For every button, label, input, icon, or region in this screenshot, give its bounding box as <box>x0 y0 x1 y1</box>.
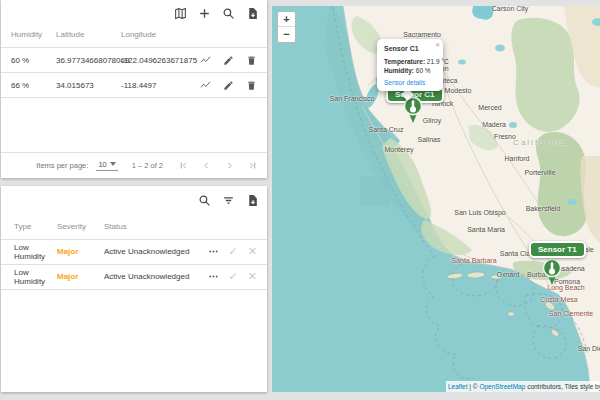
longitude-cell: -118.4497 <box>121 81 156 90</box>
more-options-icon[interactable] <box>208 271 219 282</box>
clear-alarm-icon[interactable]: ✕ <box>248 271 257 282</box>
column-header-longitude[interactable]: Longitude <box>121 30 156 39</box>
delete-trash-icon[interactable] <box>246 80 257 91</box>
city-label: Santa Cruz <box>368 126 403 133</box>
alarms-table-card: Type Severity Status Low Humidity Major … <box>1 186 267 392</box>
sensor-t1-map-tooltip[interactable]: Sensor T1 <box>529 241 586 258</box>
alarm-status-cell: Active Unacknowledged <box>104 247 189 256</box>
popup-title: Sensor C1 <box>384 45 437 52</box>
filter-icon[interactable] <box>222 194 235 207</box>
sensor-details-link[interactable]: Sensor details <box>384 79 437 86</box>
city-label: San Diego <box>578 345 600 352</box>
city-label: Santa Barbara <box>451 257 496 264</box>
city-label: San Luis Obispo <box>454 209 505 216</box>
city-label: San Clemente <box>549 310 593 317</box>
paginator: Items per page: 10 1 – 2 of 2 <box>1 152 267 178</box>
edit-pencil-icon[interactable] <box>223 55 234 66</box>
latitude-cell: 36.97734668078069 <box>56 56 129 65</box>
table-row[interactable]: Low Humidity Major Active Unacknowledged… <box>1 240 267 264</box>
temperature-value: 21.9 °C <box>425 58 449 65</box>
table-row[interactable]: 60 % 36.97734668078069 -122.049626367187… <box>1 48 267 73</box>
city-label: Modesto <box>445 87 472 94</box>
temperature-label: Temperature: <box>384 58 425 65</box>
page-size-select[interactable]: 10 <box>96 160 117 171</box>
first-page-icon[interactable] <box>179 161 188 170</box>
city-label: Porterville <box>524 169 555 176</box>
zoom-in-button[interactable]: + <box>278 12 295 27</box>
leaflet-link[interactable]: Leaflet <box>448 383 468 390</box>
alarm-type-cell: Low Humidity <box>14 243 56 261</box>
city-label: Oxnard <box>497 271 520 278</box>
table-row[interactable]: 66 % 34.015673 -118.4497 <box>1 73 267 98</box>
column-header-severity[interactable]: Severity <box>57 222 86 231</box>
chevron-down-icon <box>110 162 116 166</box>
divider <box>1 289 267 290</box>
items-per-page-label: Items per page: <box>36 161 88 170</box>
latitude-cell: 34.015673 <box>56 81 94 90</box>
edit-pencil-icon[interactable] <box>223 80 234 91</box>
last-page-icon[interactable] <box>248 161 257 170</box>
clear-alarm-icon[interactable]: ✕ <box>248 246 257 257</box>
popup-temperature-row: Temperature: 21.9 °C <box>384 58 437 65</box>
search-icon[interactable] <box>222 7 235 20</box>
column-header-status[interactable]: Status <box>104 222 127 231</box>
city-label: Gilroy <box>423 117 441 124</box>
attribution-separator: | © <box>468 383 480 390</box>
city-label: California <box>513 138 567 147</box>
more-options-icon[interactable] <box>208 246 219 257</box>
page-size-value: 10 <box>98 160 106 169</box>
previous-page-icon[interactable] <box>202 161 211 170</box>
city-label: Madera <box>482 121 506 128</box>
export-icon[interactable] <box>246 194 259 207</box>
alarm-severity-cell: Major <box>57 247 78 256</box>
city-label: Monterey <box>384 146 413 153</box>
popup-humidity-row: Humidity: 60 % <box>384 67 437 74</box>
city-label: San Francisco <box>330 95 375 102</box>
alarm-type-cell: Low Humidity <box>14 268 56 286</box>
export-icon[interactable] <box>246 7 259 20</box>
alarm-status-cell: Active Unacknowledged <box>104 272 189 281</box>
city-label: Hanford <box>505 155 530 162</box>
map-attribution: Leaflet | © OpenStreetMap contributors, … <box>446 381 600 392</box>
zoom-out-button[interactable]: − <box>278 27 295 42</box>
sensor-t1-marker[interactable] <box>542 258 562 286</box>
humidity-cell: 66 % <box>11 81 29 90</box>
city-label: Costa Mesa <box>540 296 577 303</box>
city-label: Santa Maria <box>467 226 505 233</box>
page-range-label: 1 – 2 of 2 <box>132 161 163 170</box>
add-icon[interactable] <box>198 7 211 20</box>
city-label: Merced <box>478 104 501 111</box>
city-label: Salinas <box>418 136 441 143</box>
humidity-value: 60 % <box>414 67 431 74</box>
alarms-toolbar <box>198 194 259 207</box>
longitude-cell: -122.0496263671875 <box>121 56 197 65</box>
city-label: Sacramento <box>403 31 441 38</box>
attribution-text: contributors, Tiles style by <box>525 383 600 390</box>
map-zoom-control: + − <box>277 11 296 43</box>
column-header-type[interactable]: Type <box>14 222 56 231</box>
city-label: Carson City <box>492 6 529 12</box>
acknowledge-check-icon[interactable]: ✓ <box>229 271 238 282</box>
map-icon[interactable] <box>174 7 187 20</box>
timeseries-chart-icon[interactable] <box>200 80 211 91</box>
sensors-table-card: Humidity Latitude Longitude 60 % 36.9773… <box>1 0 267 178</box>
sensor-popup: × Sensor C1 Temperature: 21.9 °C Humidit… <box>377 39 443 91</box>
table-row[interactable]: Low Humidity Major Active Unacknowledged… <box>1 265 267 289</box>
divider <box>1 97 267 98</box>
column-header-latitude[interactable]: Latitude <box>56 30 84 39</box>
close-icon[interactable]: × <box>435 40 440 49</box>
timeseries-chart-icon[interactable] <box>200 55 211 66</box>
delete-trash-icon[interactable] <box>246 55 257 66</box>
leaflet-map[interactable]: SacramentoCarson CityStocktonMantecaMode… <box>272 6 600 392</box>
sensors-toolbar <box>174 7 259 20</box>
column-header-humidity[interactable]: Humidity <box>11 30 42 39</box>
acknowledge-check-icon[interactable]: ✓ <box>229 246 238 257</box>
humidity-cell: 60 % <box>11 56 29 65</box>
city-label: Bakersfield <box>526 205 561 212</box>
alarm-severity-cell: Major <box>57 272 78 281</box>
humidity-label: Humidity: <box>384 67 414 74</box>
next-page-icon[interactable] <box>225 161 234 170</box>
search-icon[interactable] <box>198 194 211 207</box>
openstreetmap-link[interactable]: OpenStreetMap <box>479 383 525 390</box>
